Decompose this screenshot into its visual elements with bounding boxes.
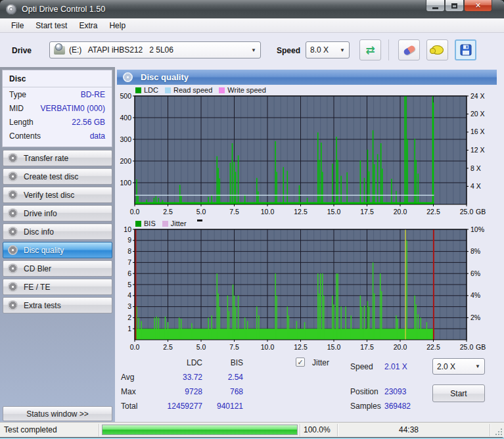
sidebar: Disc Type BD-RE MID VERBATIM0 (000) Leng… [0,67,115,422]
svg-text:4 X: 4 X [470,182,481,190]
drive-label: Drive [12,46,32,55]
erase-disc-button[interactable] [398,39,420,60]
save-button[interactable] [455,39,476,60]
sidebar-item-verify-test-disc[interactable]: Verify test disc [3,187,112,203]
disc-icon [8,300,18,310]
bis-jitter-chart: 123456789102%4%6%8%10%0.02.55.07.510.012… [117,228,497,353]
speed-readout-value: 2.01 X [384,362,407,371]
jitter-checkbox[interactable]: ✓ [296,358,305,367]
svg-text:20.0: 20.0 [394,208,407,216]
test-speed-select-value: 2.0 X [437,362,455,371]
refresh-button[interactable]: ⇄ [359,39,381,60]
disc-icon [8,264,18,273]
legend-item: Jitter [162,220,187,227]
maximize-button[interactable] [445,0,464,12]
legend-swatch [165,87,171,93]
progress-percent: 100.0% [304,425,331,434]
page-title-bar: Disc quality [117,70,497,85]
hand-tool-button[interactable] [426,39,448,60]
test-speed-select[interactable]: 2.0 X ▼ [432,358,485,375]
disc-icon [8,172,18,181]
legend-swatch [135,87,141,93]
menu-help[interactable]: Help [103,20,131,32]
sidebar-item-label: Extra tests [24,301,61,310]
statusbar-divider [300,424,300,436]
sidebar-item-transfer-rate[interactable]: Transfer rate [3,150,112,166]
svg-text:17.5: 17.5 [360,208,374,216]
speed-select-value: 8.0 X [310,45,329,55]
sidebar-item-extra-tests[interactable]: Extra tests [3,297,112,313]
disc-icon [8,245,18,255]
jitter-checkbox-label: Jitter [312,358,329,367]
total-label: Total [121,402,137,411]
speed-readout-label: Speed [350,362,373,371]
drive-select-value: (E:) ATAPI iHBS212 2 5L06 [69,45,173,55]
svg-text:22.5: 22.5 [426,208,440,216]
menu-extra[interactable]: Extra [73,20,103,32]
sidebar-item-disc-info[interactable]: Disc info [3,223,112,240]
status-text: Test completed [4,425,57,434]
maximize-icon [451,3,457,9]
disc-mid-label: MID [9,104,24,113]
hand-icon [432,45,444,55]
sidebar-item-label: Verify test disc [24,191,74,200]
drive-icon [54,46,65,55]
legend-item: Write speed [219,86,266,94]
disc-icon [8,153,18,163]
svg-text:12 X: 12 X [470,146,485,154]
legend-item: Read speed [165,86,212,94]
svg-text:10: 10 [124,225,131,233]
sidebar-item-drive-info[interactable]: Drive info [3,205,112,221]
minimize-icon [432,7,438,9]
legend-label: Jitter [171,220,187,227]
window-body: File Start test Extra Help Drive (E:) AT… [0,18,504,437]
content-area: Disc Type BD-RE MID VERBATIM0 (000) Leng… [0,67,504,422]
svg-text:17.5: 17.5 [360,343,374,351]
svg-text:15.0: 15.0 [327,343,341,351]
sidebar-item-disc-quality[interactable]: Disc quality [3,242,112,258]
disc-contents-label: Contents [9,131,41,141]
svg-text:8 X: 8 X [470,164,481,172]
elapsed-time: 44:38 [399,425,419,434]
sidebar-item-fe-te[interactable]: FE / TE [3,279,112,295]
disc-mid-value: VERBATIM0 (000) [41,104,105,113]
avg-bis-value: 2.54 [204,373,243,382]
sidebar-item-label: CD Bler [24,264,51,273]
legend-label: LDC [144,86,158,94]
disc-mid-row: MID VERBATIM0 (000) [3,101,112,115]
progress-fill [103,425,297,434]
disc-icon [8,208,18,218]
svg-text:5.0: 5.0 [196,208,206,216]
svg-text:7: 7 [127,258,131,266]
drive-select[interactable]: (E:) ATAPI iHBS212 2 5L06 ▼ [49,41,261,58]
avg-ldc-value: 33.72 [156,373,202,382]
chart1-legend: LDCRead speedWrite speed [135,86,273,94]
menu-bar: File Start test Extra Help [0,18,504,33]
minimize-button[interactable] [426,0,445,12]
disc-icon [8,282,18,292]
sidebar-item-cd-bler[interactable]: CD Bler [3,260,112,277]
samples-value: 369482 [384,402,411,411]
svg-text:400: 400 [120,114,131,122]
close-button[interactable]: ✕ [464,0,492,12]
svg-text:100: 100 [120,179,131,187]
status-window-button[interactable]: Status window >> [3,406,112,421]
samples-label: Samples [350,402,381,411]
sidebar-item-create-test-disc[interactable]: Create test disc [3,168,112,185]
menu-start-test[interactable]: Start test [30,20,73,32]
results-panel: LDC BIS Avg 33.72 2.54 Max 9728 768 Tota… [117,354,497,420]
svg-text:7.5: 7.5 [229,343,239,351]
disc-length-row: Length 22.56 GB [3,115,112,129]
menu-file[interactable]: File [5,20,30,32]
svg-text:GB: GB [476,208,486,216]
position-label: Position [350,387,378,396]
svg-text:12.5: 12.5 [294,208,308,216]
start-button[interactable]: Start [432,384,485,402]
resize-grip[interactable] [495,428,503,436]
speed-select[interactable]: 8.0 X ▼ [306,41,350,58]
progress-bar [102,425,298,435]
position-value: 23093 [384,387,406,396]
refresh-arrows-icon: ⇄ [365,43,375,57]
status-bar: Test completed 100.0% 44:38 [0,422,504,437]
disc-contents-value: data [90,131,105,141]
